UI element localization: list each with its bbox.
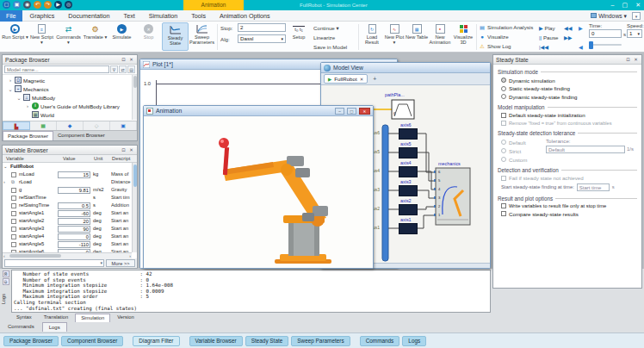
tab-version[interactable]: Version [112, 314, 139, 322]
simulation-analysis-button[interactable]: ▤Simulation Analysis [479, 24, 533, 30]
maximize-button[interactable]: ▢ [347, 108, 356, 115]
save-in-model-menu[interactable]: Save in Model [313, 44, 347, 50]
checkbox[interactable] [11, 234, 16, 239]
close-button[interactable]: ✕ [359, 108, 370, 115]
tab-simulation[interactable]: Simulation [143, 10, 184, 22]
minimize-button[interactable]: – [611, 0, 615, 10]
run-icon[interactable]: ▶ [54, 1, 62, 9]
variable-filter-combo[interactable]: ▾ [4, 259, 104, 267]
open-icon[interactable]: ▣ [13, 1, 21, 9]
value-field[interactable]: 0 [58, 233, 90, 240]
text-view-icon[interactable]: ▣ [110, 121, 137, 130]
new-plot-button[interactable]: ∿ New Plot ▾ [383, 22, 406, 51]
checkbox-default-init[interactable]: Default steady-state initialization [501, 112, 634, 118]
axis-block[interactable] [399, 147, 418, 158]
close-icon[interactable]: ✕ [128, 147, 134, 152]
checkbox[interactable] [11, 196, 16, 201]
windows-menu[interactable]: Windows ▾ [591, 10, 627, 22]
statusbar-logs[interactable]: Logs [402, 336, 426, 346]
tab-file[interactable]: File [0, 10, 22, 22]
run-script-button[interactable]: ▶ Run Script ▾ [2, 22, 28, 51]
commands-button[interactable]: ⇄ Commands ▾ [55, 22, 82, 51]
filter-icon[interactable]: ∇ [110, 65, 118, 73]
variable-row[interactable]: ›⧉rLoadDistance [3, 179, 131, 187]
ribbon-collapse-button[interactable]: ▾ [632, 12, 641, 20]
more-button[interactable]: More >> [106, 259, 135, 267]
radio-dynamic-simulation[interactable]: Dynamic simulation [501, 78, 634, 84]
simulate-button[interactable]: ▶ Simulate [108, 22, 135, 51]
variable-row[interactable]: refStartTimesStart tim [3, 195, 131, 202]
checkbox[interactable] [11, 188, 16, 193]
checkbox[interactable] [11, 172, 16, 177]
minimize-button[interactable]: – [335, 108, 344, 115]
statusbar-diagram-filter[interactable]: Diagram Filter [133, 336, 179, 346]
add-tab-button[interactable]: + [370, 75, 379, 84]
variable-row[interactable]: refSwingTime0.5sAddition [3, 202, 131, 210]
clear-log-icon[interactable]: ⊠ [3, 270, 9, 277]
checkbox[interactable] [11, 211, 16, 216]
variable-row[interactable]: mLoad15kgMass of [3, 171, 131, 179]
save-icon[interactable]: ◉ [23, 1, 31, 9]
animation-canvas[interactable] [144, 116, 373, 268]
tab-documentation[interactable]: Documentation [62, 10, 115, 22]
start-time-field[interactable]: Start time [577, 183, 610, 191]
checkbox[interactable] [11, 242, 16, 247]
new-animation-button[interactable]: ● New Animation [428, 22, 452, 51]
alg-select[interactable]: Dassl▾ [238, 34, 286, 43]
axis-block[interactable] [399, 223, 418, 234]
tab-tools[interactable]: Tools [185, 10, 212, 22]
maximize-button[interactable]: ▢ [622, 0, 629, 10]
pin-icon[interactable]: ⊡ [121, 147, 127, 152]
statusbar-commands[interactable]: Commands [360, 336, 400, 346]
radio-dynamic-steady-state[interactable]: Dynamic steady-state finding [501, 94, 634, 100]
model-view-titlebar[interactable]: Model View [321, 63, 490, 73]
value-field[interactable]: 90 [58, 226, 90, 233]
tab-syntax[interactable]: Syntax [11, 314, 37, 322]
pin-icon[interactable]: ⊡ [625, 57, 631, 62]
continue-menu[interactable]: Continue ▾ [313, 25, 339, 31]
translate-button[interactable]: ⚙ Translate ▾ [82, 22, 108, 51]
variable-row[interactable]: startAngle5-110degStart an [3, 241, 131, 249]
tab-animation-options[interactable]: Animation Options [214, 10, 276, 22]
tree-item-multibody[interactable]: ⌄⟂MultiBody [16, 93, 55, 102]
close-icon[interactable]: ✕ [128, 57, 134, 62]
chevron-down-icon[interactable]: ⌄ [3, 164, 9, 169]
tree-item-mechanics[interactable]: ⌄⌁Mechanics [8, 84, 49, 93]
undo-icon[interactable]: ↶ [34, 1, 41, 9]
value-field[interactable]: -60 [58, 210, 90, 217]
steady-state-button[interactable]: Steady State [162, 22, 189, 51]
variable-row[interactable]: startAngle1-60degStart an [3, 210, 131, 218]
chevron-right-icon[interactable]: › [3, 179, 9, 184]
animation-titlebar[interactable]: Animation – ▢ ✕ [144, 106, 373, 116]
radio-static-steady-state[interactable]: Static steady-state finding [501, 85, 634, 91]
variable-row[interactable]: startAngle220degStart an [3, 218, 131, 226]
class-view-icon[interactable]: ▦ [30, 121, 57, 130]
step-forward-button[interactable]: ▶ [579, 25, 583, 31]
checkbox-write-variables[interactable]: Write variables to result file only at s… [501, 203, 634, 208]
checkbox[interactable] [11, 227, 16, 232]
fast-forward-button[interactable]: ▶▶ [564, 34, 573, 40]
checkbox-compare-results[interactable]: Compare steady-state results [501, 211, 634, 217]
statusbar-variable-browser[interactable]: Variable Browser [189, 336, 243, 346]
stop-time-field[interactable]: 2 [238, 23, 286, 32]
tab-package-browser[interactable]: Package Browser [3, 131, 53, 140]
rewind-button[interactable]: ◀◀ [564, 25, 573, 31]
close-icon[interactable]: ✕ [633, 57, 639, 62]
checkbox[interactable] [11, 219, 16, 224]
redo-icon[interactable]: ↷ [44, 1, 52, 9]
axis-block[interactable] [399, 166, 418, 177]
logs-side-tab[interactable]: Logs [1, 294, 6, 304]
chevron-down-icon[interactable]: ⌄ [16, 95, 22, 101]
variable-row[interactable]: ⌄FullRobot [3, 164, 131, 171]
play-button[interactable]: ▶ Play [539, 25, 555, 31]
axis-block[interactable] [399, 185, 418, 196]
tree-item-users-guide[interactable]: ›iUser's Guide of MultiBody Library [25, 102, 120, 110]
tree-scrollbar[interactable] [132, 75, 137, 120]
context-tab-animation[interactable]: Animation [183, 0, 244, 10]
close-tab-icon[interactable]: ✕ [360, 77, 364, 82]
value-field[interactable]: 15 [58, 171, 90, 178]
record-icon[interactable]: ◎ [65, 1, 72, 9]
step-back-button[interactable]: ◀ [579, 44, 583, 50]
skip-to-start-button[interactable]: |◀◀ [539, 44, 548, 50]
tree-item-world[interactable]: ▦World [32, 110, 54, 119]
